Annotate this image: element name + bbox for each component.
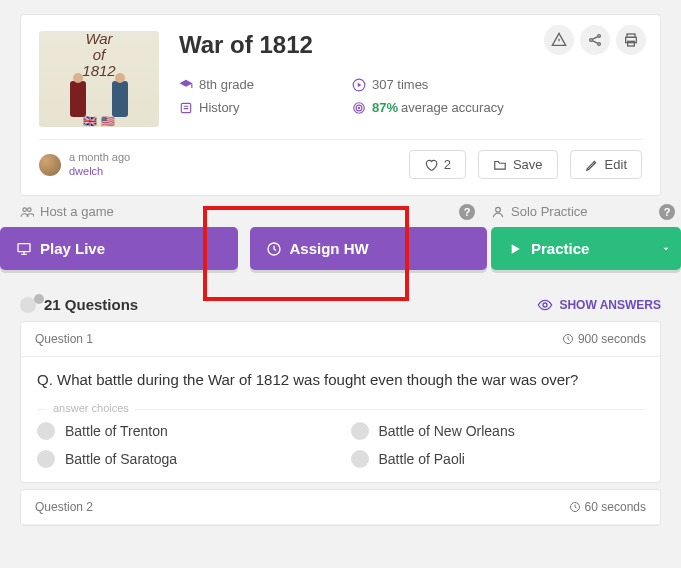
author-link[interactable]: dwelch	[69, 165, 103, 177]
question-time: 60 seconds	[569, 500, 646, 514]
report-icon[interactable]	[544, 25, 574, 55]
svg-rect-13	[18, 243, 30, 251]
quiz-header-card: Warof1812 🇬🇧🇺🇸 War of 1812 8th grade 307…	[20, 14, 661, 196]
practice-button[interactable]: Practice	[491, 227, 681, 270]
show-answers-button[interactable]: SHOW ANSWERS	[537, 297, 661, 313]
avatar	[39, 154, 61, 176]
svg-point-16	[543, 303, 547, 307]
host-game-col: Host a game ? Play Live Assign HW	[20, 204, 479, 270]
eye-icon	[537, 297, 553, 313]
assign-hw-button[interactable]: Assign HW	[250, 227, 488, 270]
save-button[interactable]: Save	[478, 150, 558, 179]
subject-meta: History	[179, 100, 334, 115]
plays-meta: 307 times	[352, 77, 507, 92]
accuracy-meta: 87%average accuracy	[352, 100, 507, 115]
help-icon[interactable]: ?	[459, 204, 475, 220]
person-icon	[491, 205, 505, 219]
svg-point-11	[23, 207, 27, 211]
svg-point-12	[28, 207, 31, 211]
question-time: 900 seconds	[562, 332, 646, 346]
like-button[interactable]: 2	[409, 150, 466, 179]
heart-icon	[424, 158, 438, 172]
solo-practice-col: Solo Practice ? Practice	[491, 204, 661, 270]
list-icon	[179, 101, 193, 115]
post-age: a month ago	[69, 151, 130, 164]
group-icon	[20, 205, 34, 219]
questions-bar: 21 Questions SHOW ANSWERS	[20, 296, 661, 313]
question-card: Question 1 900 seconds Q. What battle du…	[20, 321, 661, 483]
option-bullet-icon	[37, 450, 55, 468]
option-bullet-icon	[37, 422, 55, 440]
answer-option: Battle of Saratoga	[37, 450, 331, 468]
svg-point-15	[496, 207, 501, 212]
pencil-icon	[585, 158, 599, 172]
print-icon[interactable]	[616, 25, 646, 55]
folder-icon	[493, 158, 507, 172]
play-circle-icon	[352, 78, 366, 92]
clock-icon	[569, 501, 581, 513]
svg-point-4	[358, 107, 359, 108]
answer-choices-label: answer choices	[47, 402, 135, 414]
answer-option: Battle of Trenton	[37, 422, 331, 440]
clock-icon	[562, 333, 574, 345]
help-icon[interactable]: ?	[659, 204, 675, 220]
svg-point-5	[590, 39, 593, 42]
quiz-thumbnail: Warof1812 🇬🇧🇺🇸	[39, 31, 159, 127]
grade-meta: 8th grade	[179, 77, 334, 92]
answer-options: Battle of Trenton Battle of New Orleans …	[37, 422, 644, 468]
header-subrow: a month ago dwelch 2 Save Edit	[39, 150, 642, 179]
graduation-icon	[179, 78, 193, 92]
question-number: Question 2	[35, 500, 93, 514]
play-icon	[507, 241, 523, 257]
host-game-label: Host a game	[40, 204, 114, 219]
author-block: a month ago dwelch	[39, 151, 130, 177]
answer-option: Battle of Paoli	[351, 450, 645, 468]
count-badge-icon	[20, 297, 36, 313]
solo-practice-label: Solo Practice	[511, 204, 588, 219]
presentation-icon	[16, 241, 32, 257]
option-bullet-icon	[351, 450, 369, 468]
header-action-icons	[544, 25, 646, 55]
caret-down-icon	[661, 244, 671, 254]
play-live-button[interactable]: Play Live	[0, 227, 238, 270]
option-bullet-icon	[351, 422, 369, 440]
modes-row: Host a game ? Play Live Assign HW Solo P…	[20, 204, 661, 270]
question-text: Q. What battle during the War of 1812 wa…	[37, 371, 644, 388]
edit-button[interactable]: Edit	[570, 150, 642, 179]
target-icon	[352, 101, 366, 115]
svg-point-7	[598, 43, 601, 46]
question-count: 21 Questions	[20, 296, 138, 313]
share-icon[interactable]	[580, 25, 610, 55]
svg-point-6	[598, 35, 601, 38]
question-number: Question 1	[35, 332, 93, 346]
clock-icon	[266, 241, 282, 257]
header-top: Warof1812 🇬🇧🇺🇸 War of 1812 8th grade 307…	[39, 31, 642, 127]
answer-option: Battle of New Orleans	[351, 422, 645, 440]
question-card: Question 2 60 seconds	[20, 489, 661, 526]
